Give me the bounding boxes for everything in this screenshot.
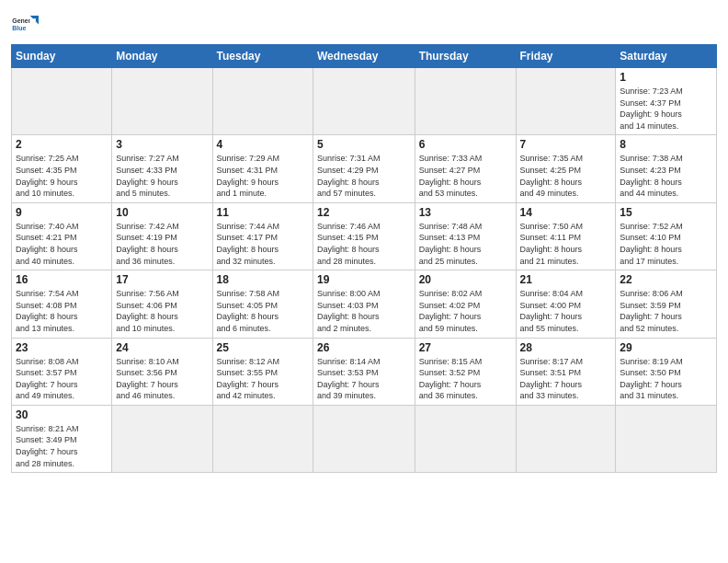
week-row-3: 9Sunrise: 7:40 AM Sunset: 4:21 PM Daylig…	[12, 202, 717, 270]
day-number: 10	[116, 206, 208, 219]
week-row-5: 23Sunrise: 8:08 AM Sunset: 3:57 PM Dayli…	[12, 338, 717, 405]
day-cell	[516, 405, 616, 472]
weekday-saturday: Saturday	[616, 45, 717, 68]
day-number: 21	[520, 273, 612, 286]
day-cell: 6Sunrise: 7:33 AM Sunset: 4:27 PM Daylig…	[415, 135, 516, 202]
day-info: Sunrise: 7:25 AM Sunset: 4:35 PM Dayligh…	[16, 153, 108, 199]
svg-marker-4	[30, 18, 36, 24]
day-cell: 30Sunrise: 8:21 AM Sunset: 3:49 PM Dayli…	[12, 405, 112, 472]
day-cell: 3Sunrise: 7:27 AM Sunset: 4:33 PM Daylig…	[112, 135, 212, 202]
day-cell: 17Sunrise: 7:56 AM Sunset: 4:06 PM Dayli…	[112, 270, 212, 338]
day-cell: 11Sunrise: 7:44 AM Sunset: 4:17 PM Dayli…	[212, 202, 313, 270]
day-number: 14	[520, 206, 612, 219]
week-row-2: 2Sunrise: 7:25 AM Sunset: 4:35 PM Daylig…	[12, 135, 717, 202]
day-number: 17	[116, 273, 208, 286]
weekday-tuesday: Tuesday	[212, 45, 313, 68]
day-info: Sunrise: 8:00 AM Sunset: 4:03 PM Dayligh…	[317, 288, 411, 334]
day-number: 24	[116, 341, 208, 354]
day-info: Sunrise: 7:23 AM Sunset: 4:37 PM Dayligh…	[620, 86, 712, 132]
day-number: 5	[317, 138, 411, 151]
week-row-1: 1Sunrise: 7:23 AM Sunset: 4:37 PM Daylig…	[12, 68, 717, 135]
day-cell	[12, 68, 112, 135]
day-cell: 8Sunrise: 7:38 AM Sunset: 4:23 PM Daylig…	[616, 135, 717, 202]
weekday-sunday: Sunday	[12, 45, 112, 68]
day-cell	[112, 405, 212, 472]
day-info: Sunrise: 8:21 AM Sunset: 3:49 PM Dayligh…	[16, 423, 108, 469]
day-cell: 21Sunrise: 8:04 AM Sunset: 4:00 PM Dayli…	[516, 270, 616, 338]
day-cell: 29Sunrise: 8:19 AM Sunset: 3:50 PM Dayli…	[616, 338, 717, 405]
day-info: Sunrise: 8:15 AM Sunset: 3:52 PM Dayligh…	[419, 356, 512, 402]
page-header: General Blue	[11, 9, 717, 39]
day-number: 22	[620, 273, 712, 286]
day-cell	[415, 405, 516, 472]
day-cell: 26Sunrise: 8:14 AM Sunset: 3:53 PM Dayli…	[313, 338, 415, 405]
weekday-thursday: Thursday	[415, 45, 516, 68]
day-number: 19	[317, 273, 411, 286]
day-cell	[212, 68, 313, 135]
day-number: 28	[520, 341, 612, 354]
day-info: Sunrise: 7:58 AM Sunset: 4:05 PM Dayligh…	[217, 288, 309, 334]
day-cell: 22Sunrise: 8:06 AM Sunset: 3:59 PM Dayli…	[616, 270, 717, 338]
day-info: Sunrise: 8:14 AM Sunset: 3:53 PM Dayligh…	[317, 356, 411, 402]
week-row-6: 30Sunrise: 8:21 AM Sunset: 3:49 PM Dayli…	[12, 405, 717, 472]
day-info: Sunrise: 7:31 AM Sunset: 4:29 PM Dayligh…	[317, 153, 411, 199]
day-cell: 28Sunrise: 8:17 AM Sunset: 3:51 PM Dayli…	[516, 338, 616, 405]
day-number: 13	[419, 206, 512, 219]
day-info: Sunrise: 7:56 AM Sunset: 4:06 PM Dayligh…	[116, 288, 208, 334]
day-info: Sunrise: 8:17 AM Sunset: 3:51 PM Dayligh…	[520, 356, 612, 402]
weekday-monday: Monday	[112, 45, 212, 68]
day-info: Sunrise: 7:46 AM Sunset: 4:15 PM Dayligh…	[317, 221, 411, 267]
day-cell: 2Sunrise: 7:25 AM Sunset: 4:35 PM Daylig…	[12, 135, 112, 202]
day-number: 12	[317, 206, 411, 219]
day-cell: 1Sunrise: 7:23 AM Sunset: 4:37 PM Daylig…	[616, 68, 717, 135]
day-number: 11	[217, 206, 309, 219]
day-info: Sunrise: 8:12 AM Sunset: 3:55 PM Dayligh…	[217, 356, 309, 402]
day-number: 15	[620, 206, 712, 219]
day-cell: 9Sunrise: 7:40 AM Sunset: 4:21 PM Daylig…	[12, 202, 112, 270]
day-info: Sunrise: 8:19 AM Sunset: 3:50 PM Dayligh…	[620, 356, 712, 402]
day-cell	[415, 68, 516, 135]
day-info: Sunrise: 7:38 AM Sunset: 4:23 PM Dayligh…	[620, 153, 712, 199]
day-info: Sunrise: 8:06 AM Sunset: 3:59 PM Dayligh…	[620, 288, 712, 334]
day-cell: 23Sunrise: 8:08 AM Sunset: 3:57 PM Dayli…	[12, 338, 112, 405]
day-cell: 12Sunrise: 7:46 AM Sunset: 4:15 PM Dayli…	[313, 202, 415, 270]
day-info: Sunrise: 7:40 AM Sunset: 4:21 PM Dayligh…	[16, 221, 108, 267]
svg-text:Blue: Blue	[12, 25, 26, 31]
day-cell: 27Sunrise: 8:15 AM Sunset: 3:52 PM Dayli…	[415, 338, 516, 405]
day-info: Sunrise: 7:27 AM Sunset: 4:33 PM Dayligh…	[116, 153, 208, 199]
day-number: 29	[620, 341, 712, 354]
day-cell: 19Sunrise: 8:00 AM Sunset: 4:03 PM Dayli…	[313, 270, 415, 338]
day-cell: 20Sunrise: 8:02 AM Sunset: 4:02 PM Dayli…	[415, 270, 516, 338]
day-number: 25	[217, 341, 309, 354]
day-cell: 18Sunrise: 7:58 AM Sunset: 4:05 PM Dayli…	[212, 270, 313, 338]
day-number: 4	[217, 138, 309, 151]
day-number: 20	[419, 273, 512, 286]
weekday-wednesday: Wednesday	[313, 45, 415, 68]
day-number: 3	[116, 138, 208, 151]
day-cell	[516, 68, 616, 135]
day-cell	[313, 68, 415, 135]
day-cell: 13Sunrise: 7:48 AM Sunset: 4:13 PM Dayli…	[415, 202, 516, 270]
day-number: 23	[16, 341, 108, 354]
calendar-table: SundayMondayTuesdayWednesdayThursdayFrid…	[11, 44, 717, 473]
day-cell: 14Sunrise: 7:50 AM Sunset: 4:11 PM Dayli…	[516, 202, 616, 270]
day-info: Sunrise: 8:02 AM Sunset: 4:02 PM Dayligh…	[419, 288, 512, 334]
day-info: Sunrise: 7:50 AM Sunset: 4:11 PM Dayligh…	[520, 221, 612, 267]
day-cell	[212, 405, 313, 472]
day-cell: 7Sunrise: 7:35 AM Sunset: 4:25 PM Daylig…	[516, 135, 616, 202]
day-number: 8	[620, 138, 712, 151]
day-number: 26	[317, 341, 411, 354]
weekday-header-row: SundayMondayTuesdayWednesdayThursdayFrid…	[12, 45, 717, 68]
day-number: 27	[419, 341, 512, 354]
day-cell: 5Sunrise: 7:31 AM Sunset: 4:29 PM Daylig…	[313, 135, 415, 202]
day-info: Sunrise: 7:29 AM Sunset: 4:31 PM Dayligh…	[217, 153, 309, 199]
weekday-friday: Friday	[516, 45, 616, 68]
logo-icon: General Blue	[11, 13, 40, 39]
day-cell	[616, 405, 717, 472]
day-info: Sunrise: 7:48 AM Sunset: 4:13 PM Dayligh…	[419, 221, 512, 267]
day-number: 7	[520, 138, 612, 151]
day-info: Sunrise: 7:35 AM Sunset: 4:25 PM Dayligh…	[520, 153, 612, 199]
day-cell	[313, 405, 415, 472]
day-number: 6	[419, 138, 512, 151]
day-info: Sunrise: 8:04 AM Sunset: 4:00 PM Dayligh…	[520, 288, 612, 334]
